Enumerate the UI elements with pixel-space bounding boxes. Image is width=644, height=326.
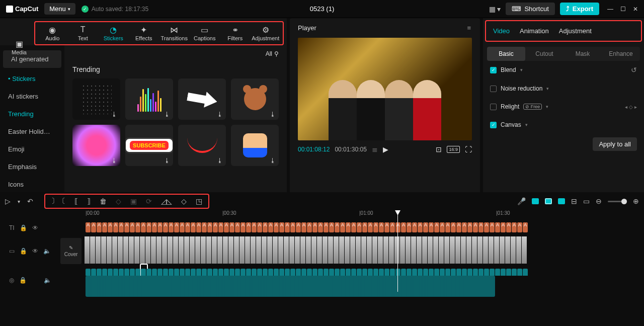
subtab-cutout[interactable]: Cutout (525, 47, 564, 61)
download-icon[interactable]: ⭳ (217, 111, 223, 118)
mic-icon[interactable]: 🎤 (517, 197, 526, 205)
preview-icon[interactable]: ▭ (583, 197, 590, 205)
align-icon[interactable]: ⊟ (571, 197, 577, 205)
zoom-in-icon[interactable]: ⊕ (633, 197, 639, 205)
shortcut-button[interactable]: ⌨ Shortcut (506, 3, 554, 15)
audio-waveform[interactable] (86, 276, 495, 297)
tab-adjustment-props[interactable]: Adjustment (559, 27, 592, 35)
cat-emphasis[interactable]: Emphasis (0, 158, 64, 176)
download-icon[interactable]: ⭳ (111, 157, 117, 164)
eye-icon[interactable]: 👁 (32, 248, 38, 255)
export-button[interactable]: ⤴ Export (560, 3, 599, 15)
mute-icon[interactable]: 🔈 (43, 248, 51, 255)
lock-icon[interactable]: 🔒 (19, 277, 27, 284)
tab-audio[interactable]: ◉Audio (37, 23, 68, 43)
tab-text[interactable]: TText (68, 23, 99, 43)
delete-icon[interactable]: 🗑 (100, 197, 107, 205)
sticker-item[interactable]: ⭳ (178, 78, 226, 120)
cover-button[interactable]: ✎Cover (60, 238, 82, 264)
mirror-icon[interactable]: ◿◺ (161, 197, 172, 205)
checkbox-checked-icon[interactable]: ✓ (490, 67, 497, 73)
video-clips[interactable] (85, 236, 639, 264)
fullscreen-icon[interactable]: ⛶ (465, 145, 472, 153)
tab-animation[interactable]: Animation (520, 27, 549, 35)
cat-trending[interactable]: Trending (0, 105, 64, 123)
tab-video[interactable]: Video (493, 27, 510, 35)
tab-filters[interactable]: ⚭Filters (220, 23, 251, 43)
playhead[interactable] (397, 210, 398, 292)
lock-icon[interactable]: 🔒 (20, 224, 27, 231)
download-icon[interactable]: ⭳ (111, 111, 117, 118)
time-ruler[interactable]: |00:00 |00:30 |01:00 |01:30 (86, 210, 639, 219)
scan-icon[interactable]: ⊡ (436, 145, 442, 153)
menu-button[interactable]: Menu ▾ (44, 3, 75, 15)
compare-icon[interactable]: ≣ (372, 145, 378, 153)
maximize-button[interactable]: ☐ (620, 6, 626, 13)
close-button[interactable]: ✕ (633, 6, 638, 13)
download-icon[interactable]: ⭳ (270, 157, 276, 164)
cat-ai-stickers[interactable]: AI stickers (0, 88, 64, 105)
subtab-mask[interactable]: Mask (564, 47, 602, 61)
cat-icons[interactable]: Icons (0, 176, 64, 192)
tab-adjustment[interactable]: ⚙Adjustment (251, 23, 281, 43)
lock-icon[interactable]: 🔒 (20, 248, 27, 255)
download-icon[interactable]: ⭳ (217, 157, 223, 164)
trim-right-icon[interactable]: ⟧ (87, 197, 91, 205)
zoom-out-icon[interactable]: ⊖ (596, 197, 602, 205)
checkbox-icon[interactable] (490, 86, 497, 92)
subtab-enhance[interactable]: Enhance (602, 47, 640, 61)
checkbox-checked-icon[interactable]: ✓ (490, 122, 497, 128)
cat-easter[interactable]: Easter Holid… (0, 123, 64, 140)
filter-all[interactable]: All⚲ (266, 50, 279, 57)
magnet-mid-icon[interactable] (545, 198, 552, 204)
tool-icon[interactable]: ◇ (116, 197, 121, 205)
tab-effects[interactable]: ✦Effects (129, 23, 159, 43)
sticker-item[interactable]: ⭳ (231, 78, 279, 120)
checkbox-icon[interactable] (490, 104, 497, 110)
chevron-down-icon[interactable]: ▾ (18, 199, 20, 204)
caption-clips[interactable]: AAAAAAAAAAAAAAAAAAAAAAAAAAAAAAAAAAAAAAAA… (86, 222, 639, 232)
split-icon[interactable]: 〕〔 (51, 197, 65, 206)
prop-noise[interactable]: Noise reduction▾ (490, 85, 637, 92)
mute-icon[interactable]: 🔈 (44, 277, 51, 284)
apply-to-all-button[interactable]: Apply to all (593, 137, 637, 151)
magnet-left-icon[interactable] (532, 198, 539, 204)
tab-transitions[interactable]: ⋈Transitions (159, 23, 190, 43)
eye-icon[interactable]: 👁 (32, 224, 38, 231)
tab-media[interactable]: ▣ Media (6, 39, 32, 55)
prop-blend[interactable]: ✓Blend▾ ↺ (490, 66, 637, 74)
layout-icon[interactable]: ▦ ▾ (489, 5, 501, 13)
tool-icon[interactable]: ▣ (130, 197, 137, 205)
download-icon[interactable]: ⭳ (164, 111, 170, 118)
prop-relight[interactable]: Relight⊘ Free▾ ◂ ◇ ▸ (490, 103, 637, 110)
selection-tool-icon[interactable]: ▷ (5, 197, 11, 205)
subtab-basic[interactable]: Basic (487, 47, 525, 61)
rotate-icon[interactable]: ◇ (181, 197, 187, 205)
prop-canvas[interactable]: ✓Canvas▾ (490, 121, 637, 128)
sticker-item[interactable]: ⭳ (178, 125, 226, 166)
reset-icon[interactable]: ↺ (631, 66, 637, 74)
download-icon[interactable]: ⭳ (270, 111, 276, 118)
tab-stickers[interactable]: ◔Stickers (98, 23, 129, 43)
audio-clip-labels[interactable] (86, 269, 639, 276)
sticker-item[interactable]: ⭳ (125, 78, 173, 120)
cat-stickers[interactable]: Stickers (0, 70, 64, 88)
crop-icon[interactable]: ◳ (196, 197, 202, 205)
sticker-item[interactable]: SUBSCRIBE⭳ (125, 125, 173, 166)
aspect-ratio[interactable]: 16:9 (447, 146, 460, 153)
minimize-button[interactable]: — (607, 6, 613, 13)
sticker-item[interactable]: ⭳ (72, 78, 120, 120)
sticker-item[interactable]: ⭳ (72, 125, 120, 166)
tool-icon[interactable]: ⟳ (146, 197, 152, 205)
player-menu-icon[interactable]: ≡ (467, 24, 472, 32)
tab-captions[interactable]: ▭Captions (190, 23, 220, 43)
keyframe-nav[interactable]: ◂ ◇ ▸ (625, 104, 637, 110)
play-button[interactable]: ▶ (383, 145, 388, 153)
sticker-item[interactable]: ⭳ (231, 125, 279, 166)
undo-icon[interactable]: ↶ (27, 197, 33, 205)
video-preview[interactable]: So, friends, sometimes (298, 38, 472, 140)
cat-emoji[interactable]: Emoji (0, 140, 64, 158)
zoom-slider[interactable] (608, 201, 627, 202)
trim-left-icon[interactable]: ⟦ (74, 197, 78, 205)
download-icon[interactable]: ⭳ (164, 157, 170, 164)
